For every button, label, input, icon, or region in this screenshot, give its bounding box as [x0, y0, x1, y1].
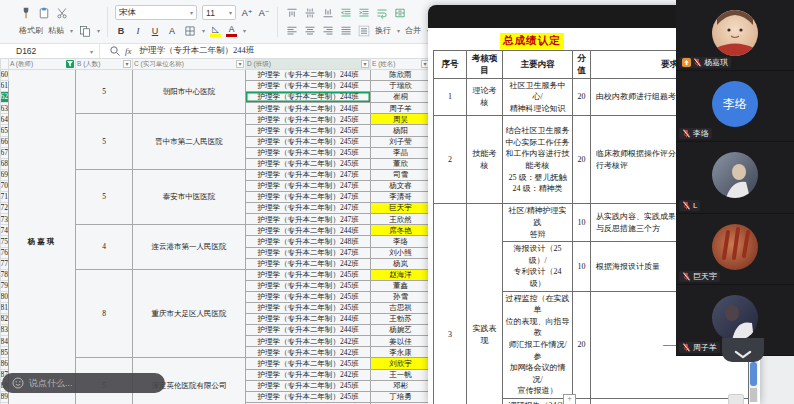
- name-cell[interactable]: 董欣: [371, 158, 431, 169]
- class-cell[interactable]: 护理学（专升本二年制）244班: [246, 70, 371, 81]
- class-cell[interactable]: 护理学（专升本二年制）245班: [246, 380, 371, 391]
- name-cell[interactable]: 刘欣宇: [371, 358, 431, 369]
- class-cell[interactable]: 护理学（专升本二年制）245班: [246, 147, 371, 158]
- column-header-C[interactable]: C (实习单位名称)▾: [133, 59, 246, 70]
- font-size-select[interactable]: 11▾: [202, 5, 236, 20]
- row-number[interactable]: 186: [1, 358, 9, 369]
- add-button[interactable]: +: [563, 394, 576, 404]
- column-header-B[interactable]: B (人数)▾: [76, 59, 133, 70]
- decrease-indent-icon[interactable]: [339, 6, 352, 19]
- teacher-cell[interactable]: 杨嘉琪: [9, 70, 76, 404]
- class-cell[interactable]: 护理学（专升本二年制）245班: [246, 125, 371, 136]
- name-cell[interactable]: 司雪: [371, 169, 431, 180]
- name-cell[interactable]: 邓彬: [371, 380, 431, 391]
- participant-tile[interactable]: 杨嘉琪: [676, 0, 794, 71]
- count-cell[interactable]: 5: [76, 70, 133, 114]
- column-header-E[interactable]: E (姓名)▾: [371, 59, 431, 70]
- class-cell[interactable]: 护理学（专升本二年制）244班: [246, 314, 371, 325]
- collapse-sidebar-button[interactable]: [722, 338, 764, 362]
- name-cell[interactable]: 赵海洋: [371, 269, 431, 280]
- name-cell[interactable]: 李晶: [371, 147, 431, 158]
- class-cell[interactable]: 护理学（专升本二年制）245班: [246, 291, 371, 302]
- row-number[interactable]: 170: [1, 180, 9, 191]
- name-cell[interactable]: 王勃苏: [371, 314, 431, 325]
- paste-dropdown-icon[interactable]: ▾: [70, 27, 73, 34]
- row-number[interactable]: 181: [1, 302, 9, 313]
- filter-funnel-icon[interactable]: [66, 60, 74, 68]
- count-cell[interactable]: 4: [76, 225, 133, 269]
- row-number[interactable]: 174: [1, 225, 9, 236]
- name-cell[interactable]: 刘子莹: [371, 136, 431, 147]
- unit-cell[interactable]: 晋中市第二人民医院: [133, 114, 246, 169]
- row-number[interactable]: 179: [1, 280, 9, 291]
- count-cell[interactable]: 5: [76, 114, 133, 169]
- name-box-dropdown-icon[interactable]: ▾: [90, 48, 93, 55]
- merge-table-icon[interactable]: [393, 6, 406, 19]
- align-bottom-icon[interactable]: [321, 6, 334, 19]
- class-cell[interactable]: 护理学（专升本二年制）245班: [246, 114, 371, 125]
- name-cell[interactable]: 王欣然: [371, 214, 431, 225]
- distributed-align-icon[interactable]: [357, 24, 370, 37]
- class-cell[interactable]: 护理学（专升本二年制）244班: [246, 225, 371, 236]
- unit-cell[interactable]: 重庆市大足区人民医院: [133, 269, 246, 358]
- format-painter-button[interactable]: 格式刷: [19, 25, 43, 36]
- row-number[interactable]: 184: [1, 336, 9, 347]
- row-number[interactable]: 169: [1, 169, 9, 180]
- name-cell[interactable]: 于瑞欣: [371, 81, 431, 92]
- borders-icon[interactable]: [183, 24, 196, 37]
- increase-font-icon[interactable]: A⁺: [241, 8, 253, 18]
- unit-cell[interactable]: 泰安市中医医院: [133, 169, 246, 224]
- formula-input[interactable]: 护理学（专升本二年制）244班: [140, 45, 255, 57]
- participant-tile[interactable]: 李络李络: [676, 71, 794, 142]
- row-number[interactable]: 168: [1, 158, 9, 169]
- row-number[interactable]: 178: [1, 269, 9, 280]
- filter-dropdown-icon[interactable]: ▾: [123, 60, 131, 68]
- row-number[interactable]: 161: [1, 81, 9, 92]
- sheet-corner[interactable]: [1, 59, 9, 70]
- font-color-button[interactable]: A: [226, 25, 237, 37]
- align-right-icon[interactable]: [321, 24, 334, 37]
- count-cell[interactable]: 8: [76, 269, 133, 358]
- cut-icon[interactable]: [55, 6, 68, 19]
- align-middle-icon[interactable]: [303, 6, 316, 19]
- name-cell[interactable]: 李络: [371, 236, 431, 247]
- filter-dropdown-icon[interactable]: ▾: [236, 60, 244, 68]
- class-cell[interactable]: 护理学（专升本二年制）244班: [246, 92, 371, 103]
- row-number[interactable]: 166: [1, 136, 9, 147]
- name-cell[interactable]: 杨婉艺: [371, 325, 431, 336]
- row-number[interactable]: 185: [1, 347, 9, 358]
- bold-button[interactable]: B: [115, 26, 127, 36]
- name-cell[interactable]: 丁培勇: [371, 391, 431, 402]
- name-cell[interactable]: 李永康: [371, 347, 431, 358]
- class-cell[interactable]: 护理学（专升本二年制）245班: [246, 358, 371, 369]
- merge-button[interactable]: 合并: [405, 25, 421, 36]
- name-cell[interactable]: 刘小熊: [371, 247, 431, 258]
- name-cell[interactable]: 吉思祺: [371, 302, 431, 313]
- emoji-icon[interactable]: [11, 377, 24, 390]
- name-cell[interactable]: 孙雪: [371, 291, 431, 302]
- name-cell[interactable]: 周子羊: [371, 103, 431, 114]
- copy-icon[interactable]: [78, 24, 91, 37]
- cell-reference-box[interactable]: D162 ▾: [0, 44, 100, 58]
- row-number[interactable]: 176: [1, 247, 9, 258]
- class-cell[interactable]: 护理学（专升本二年制）244班: [246, 103, 371, 114]
- name-cell[interactable]: 李清哥: [371, 192, 431, 203]
- name-cell[interactable]: 陈欣雨: [371, 70, 431, 81]
- chat-input[interactable]: 说点什么...: [2, 373, 165, 393]
- unit-cell[interactable]: 连云港市第一人民医院: [133, 225, 246, 269]
- autowrap-icon[interactable]: [375, 6, 388, 19]
- font-name-select[interactable]: 宋体▾: [115, 5, 197, 20]
- decrease-font-icon[interactable]: A⁻: [258, 8, 270, 18]
- name-cell[interactable]: 席冬艳: [371, 225, 431, 236]
- row-number[interactable]: 165: [1, 125, 9, 136]
- row-number[interactable]: 189: [1, 391, 9, 402]
- strikethrough-button[interactable]: A: [166, 26, 178, 36]
- name-cell[interactable]: 巨天宇: [371, 203, 431, 214]
- fx-icon[interactable]: fx: [125, 46, 132, 56]
- name-cell[interactable]: 杨文睿: [371, 180, 431, 191]
- row-number[interactable]: 171: [1, 192, 9, 203]
- name-cell[interactable]: 杨岚: [371, 258, 431, 269]
- row-number[interactable]: 162: [1, 92, 9, 103]
- fill-color-button[interactable]: ◺: [210, 25, 221, 37]
- class-cell[interactable]: 护理学（专升本二年制）247班: [246, 247, 371, 258]
